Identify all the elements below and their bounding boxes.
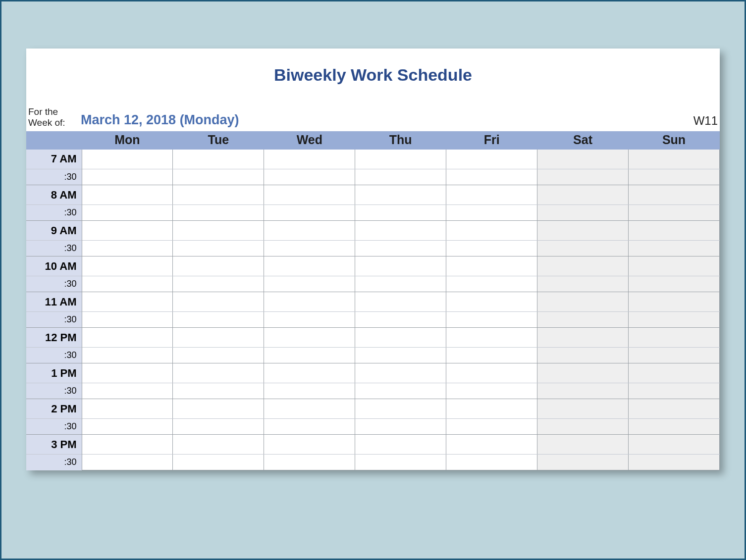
schedule-cell[interactable]: [446, 419, 537, 435]
schedule-cell[interactable]: [355, 399, 446, 419]
schedule-cell[interactable]: [173, 292, 264, 312]
schedule-cell[interactable]: [264, 312, 355, 328]
schedule-cell[interactable]: [629, 363, 720, 383]
schedule-cell[interactable]: [173, 150, 264, 169]
schedule-cell[interactable]: [82, 348, 173, 363]
schedule-cell[interactable]: [446, 348, 537, 363]
week-date[interactable]: March 12, 2018 (Monday): [81, 112, 239, 128]
schedule-cell[interactable]: [264, 348, 355, 363]
schedule-cell[interactable]: [537, 328, 629, 348]
schedule-cell[interactable]: [264, 221, 355, 241]
schedule-cell[interactable]: [629, 455, 720, 470]
schedule-cell[interactable]: [446, 221, 537, 241]
schedule-cell[interactable]: [173, 363, 264, 383]
schedule-cell[interactable]: [537, 419, 629, 435]
schedule-cell[interactable]: [446, 150, 537, 169]
schedule-cell[interactable]: [82, 419, 173, 435]
schedule-cell[interactable]: [537, 150, 629, 169]
schedule-cell[interactable]: [355, 328, 446, 348]
schedule-cell[interactable]: [264, 328, 355, 348]
schedule-cell[interactable]: [82, 276, 173, 292]
schedule-cell[interactable]: [82, 221, 173, 241]
schedule-cell[interactable]: [446, 185, 537, 205]
schedule-cell[interactable]: [629, 435, 720, 455]
schedule-cell[interactable]: [446, 312, 537, 328]
schedule-cell[interactable]: [629, 150, 720, 169]
schedule-cell[interactable]: [264, 383, 355, 399]
schedule-cell[interactable]: [629, 276, 720, 292]
schedule-cell[interactable]: [629, 169, 720, 185]
schedule-cell[interactable]: [264, 150, 355, 169]
schedule-cell[interactable]: [264, 419, 355, 435]
schedule-cell[interactable]: [355, 455, 446, 470]
schedule-cell[interactable]: [173, 399, 264, 419]
schedule-cell[interactable]: [446, 435, 537, 455]
schedule-cell[interactable]: [537, 276, 629, 292]
schedule-cell[interactable]: [537, 221, 629, 241]
schedule-cell[interactable]: [264, 455, 355, 470]
schedule-cell[interactable]: [446, 363, 537, 383]
schedule-cell[interactable]: [173, 383, 264, 399]
schedule-cell[interactable]: [82, 399, 173, 419]
schedule-cell[interactable]: [629, 292, 720, 312]
schedule-cell[interactable]: [264, 363, 355, 383]
schedule-cell[interactable]: [537, 256, 629, 276]
schedule-cell[interactable]: [173, 328, 264, 348]
schedule-cell[interactable]: [264, 205, 355, 221]
schedule-cell[interactable]: [82, 455, 173, 470]
schedule-cell[interactable]: [355, 150, 446, 169]
schedule-cell[interactable]: [355, 383, 446, 399]
schedule-cell[interactable]: [537, 169, 629, 185]
schedule-cell[interactable]: [82, 383, 173, 399]
schedule-cell[interactable]: [355, 256, 446, 276]
schedule-cell[interactable]: [537, 399, 629, 419]
schedule-cell[interactable]: [355, 276, 446, 292]
schedule-cell[interactable]: [629, 383, 720, 399]
schedule-cell[interactable]: [355, 363, 446, 383]
schedule-cell[interactable]: [355, 348, 446, 363]
schedule-cell[interactable]: [355, 292, 446, 312]
schedule-cell[interactable]: [355, 241, 446, 256]
schedule-cell[interactable]: [629, 399, 720, 419]
schedule-cell[interactable]: [537, 292, 629, 312]
schedule-cell[interactable]: [446, 276, 537, 292]
schedule-cell[interactable]: [82, 150, 173, 169]
schedule-cell[interactable]: [264, 399, 355, 419]
schedule-cell[interactable]: [537, 435, 629, 455]
schedule-cell[interactable]: [537, 185, 629, 205]
schedule-cell[interactable]: [82, 241, 173, 256]
schedule-cell[interactable]: [446, 399, 537, 419]
schedule-cell[interactable]: [446, 383, 537, 399]
schedule-cell[interactable]: [264, 435, 355, 455]
schedule-cell[interactable]: [264, 185, 355, 205]
schedule-cell[interactable]: [264, 256, 355, 276]
schedule-cell[interactable]: [446, 328, 537, 348]
schedule-cell[interactable]: [537, 383, 629, 399]
schedule-cell[interactable]: [82, 185, 173, 205]
schedule-cell[interactable]: [173, 455, 264, 470]
schedule-cell[interactable]: [629, 221, 720, 241]
schedule-cell[interactable]: [82, 328, 173, 348]
schedule-cell[interactable]: [173, 205, 264, 221]
schedule-cell[interactable]: [446, 256, 537, 276]
schedule-cell[interactable]: [82, 256, 173, 276]
schedule-cell[interactable]: [537, 205, 629, 221]
schedule-cell[interactable]: [355, 312, 446, 328]
schedule-cell[interactable]: [629, 312, 720, 328]
schedule-cell[interactable]: [537, 241, 629, 256]
schedule-cell[interactable]: [537, 455, 629, 470]
schedule-cell[interactable]: [82, 312, 173, 328]
schedule-cell[interactable]: [173, 276, 264, 292]
schedule-cell[interactable]: [173, 241, 264, 256]
schedule-cell[interactable]: [82, 169, 173, 185]
schedule-cell[interactable]: [355, 205, 446, 221]
schedule-cell[interactable]: [82, 363, 173, 383]
schedule-cell[interactable]: [355, 221, 446, 241]
schedule-cell[interactable]: [446, 205, 537, 221]
schedule-cell[interactable]: [173, 348, 264, 363]
schedule-cell[interactable]: [173, 419, 264, 435]
schedule-cell[interactable]: [355, 185, 446, 205]
schedule-cell[interactable]: [355, 169, 446, 185]
schedule-cell[interactable]: [264, 276, 355, 292]
schedule-cell[interactable]: [173, 221, 264, 241]
